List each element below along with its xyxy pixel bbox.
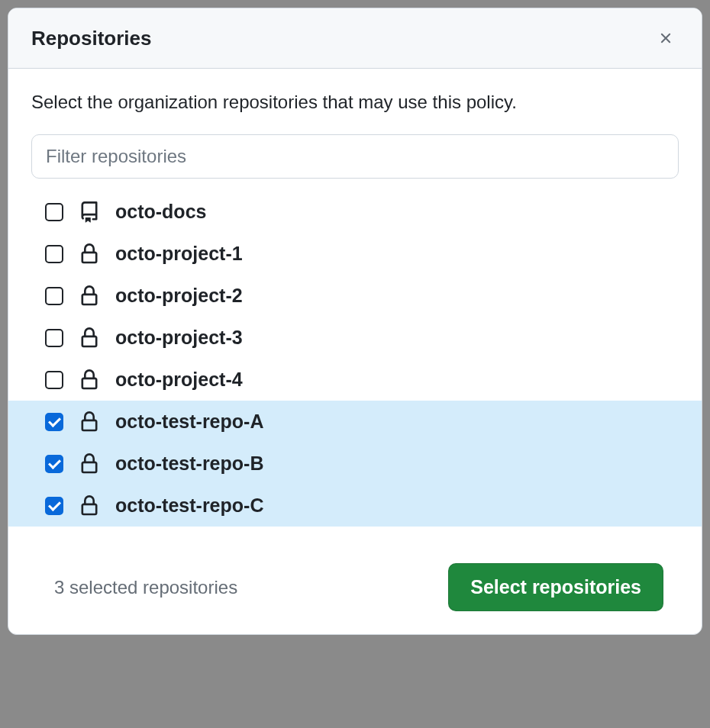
filter-repositories-input[interactable] [31,134,679,179]
repo-name-label: octo-project-4 [115,369,243,391]
repo-checkbox[interactable] [45,413,63,431]
repo-checkbox[interactable] [45,287,63,305]
lock-icon [79,285,100,307]
selected-count-label: 3 selected repositories [54,577,237,598]
repo-name-label: octo-project-3 [115,327,243,349]
repo-item[interactable]: octo-test-repo-C [8,485,702,527]
lock-icon [79,243,100,265]
lock-icon [79,327,100,349]
repo-item[interactable]: octo-test-repo-A [8,401,702,443]
repo-checkbox[interactable] [45,455,63,473]
modal-subtitle: Select the organization repositories tha… [31,92,679,113]
repo-item[interactable]: octo-docs [8,191,702,233]
repo-item[interactable]: octo-project-1 [8,233,702,275]
repo-checkbox[interactable] [45,245,63,263]
repo-name-label: octo-project-1 [115,243,243,265]
repo-checkbox[interactable] [45,371,63,389]
lock-icon [79,369,100,391]
repo-name-label: octo-test-repo-A [115,411,263,433]
close-button[interactable] [653,25,679,51]
modal-footer: 3 selected repositories Select repositor… [8,549,702,634]
select-repositories-button[interactable]: Select repositories [448,563,663,611]
modal-body: Select the organization repositories tha… [8,69,702,549]
repo-name-label: octo-test-repo-B [115,453,263,475]
repo-checkbox[interactable] [45,497,63,515]
repo-item[interactable]: octo-test-repo-B [8,443,702,485]
repositories-modal: Repositories Select the organization rep… [8,8,702,635]
repo-item[interactable]: octo-project-2 [8,275,702,317]
repo-name-label: octo-test-repo-C [115,494,263,517]
repo-checkbox[interactable] [45,203,63,221]
modal-title: Repositories [31,27,152,50]
repo-item[interactable]: octo-project-3 [8,317,702,359]
repo-item[interactable]: octo-project-4 [8,359,702,401]
lock-icon [79,411,100,433]
close-icon [657,30,674,47]
lock-icon [79,453,100,475]
repo-checkbox[interactable] [45,329,63,347]
repo-name-label: octo-docs [115,201,206,223]
repo-name-label: octo-project-2 [115,285,243,307]
repo-icon [79,201,100,223]
modal-header: Repositories [8,8,702,69]
repository-list: octo-docsocto-project-1octo-project-2oct… [8,191,702,527]
lock-icon [79,495,100,517]
